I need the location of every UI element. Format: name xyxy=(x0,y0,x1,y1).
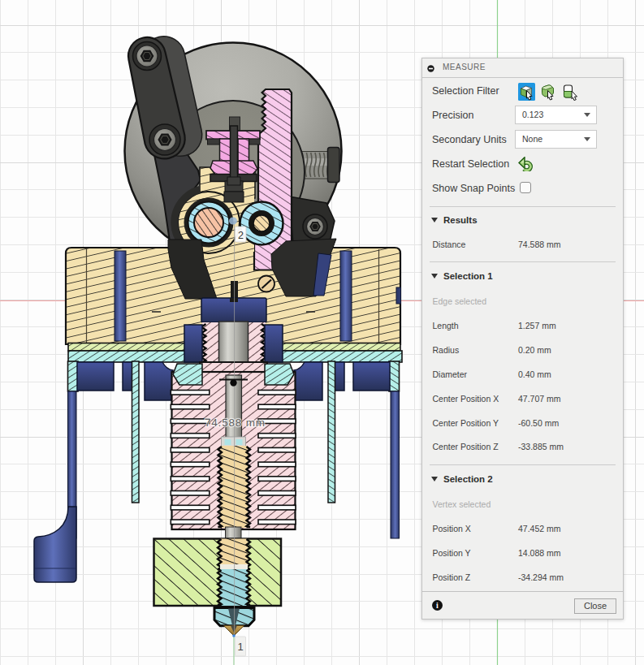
svg-text:1: 1 xyxy=(237,641,243,653)
svg-text:2: 2 xyxy=(238,230,244,241)
svg-text:74.588 mm: 74.588 mm xyxy=(205,417,266,429)
